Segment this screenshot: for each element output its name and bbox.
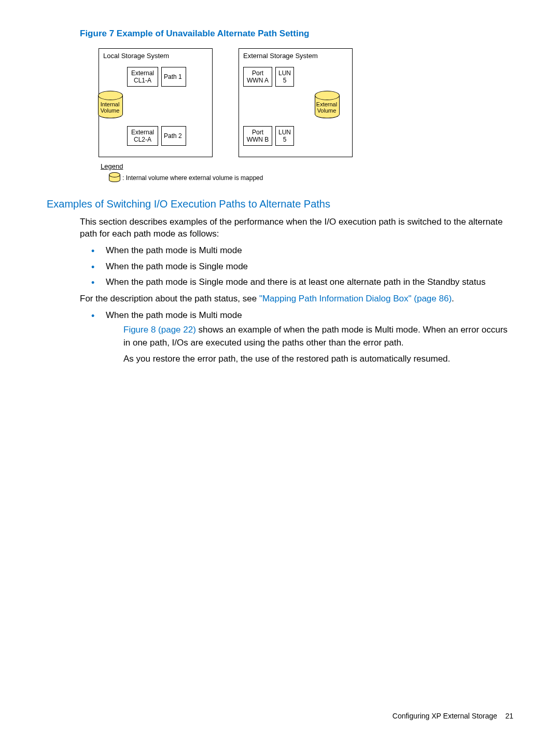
mapping-path-link[interactable]: "Mapping Path Information Dialog Box" (p… [259, 294, 452, 303]
ext-lun-5b: LUN 5 [275, 126, 294, 146]
desc-line: For the description about the path statu… [80, 293, 513, 305]
footer-page-number: 21 [505, 712, 513, 720]
local-port-cl2a: External CL2-A [127, 126, 158, 146]
legend-text: : Internal volume where external volume … [122, 174, 263, 182]
page-footer: Configuring XP External Storage 21 [393, 712, 513, 720]
figure8-link[interactable]: Figure 8 (page 22) [123, 325, 196, 335]
internal-volume-cylinder: Internal Volume [98, 91, 122, 122]
external-title: External Storage System [243, 52, 348, 60]
local-path2: Path 2 [161, 126, 186, 146]
mode-bullet-list: When the path mode is Multi mode When th… [88, 244, 513, 289]
ext-lun-5a: LUN 5 [275, 67, 294, 87]
bullet-multi: When the path mode is Multi mode [88, 244, 513, 257]
local-path1: Path 1 [161, 67, 186, 87]
legend-cylinder-icon [109, 172, 119, 184]
section-heading: Examples of Switching I/O Execution Path… [47, 198, 513, 210]
local-storage-box: Local Storage System External CL1-A Path… [99, 48, 213, 157]
multi-paragraph-2: As you restore the error path, the use o… [123, 353, 513, 366]
bullet-standby: When the path mode is Single mode and th… [88, 276, 513, 289]
external-volume-label: External Volume [315, 101, 339, 114]
external-storage-box: External Storage System Port WWN A LUN 5… [239, 48, 353, 157]
local-port-cl1a: External CL1-A [127, 67, 158, 87]
ext-port-wwna: Port WWN A [243, 67, 272, 87]
footer-title: Configuring XP External Storage [393, 712, 497, 720]
desc-prefix: For the description about the path statu… [80, 294, 259, 303]
section-intro: This section describes examples of the p… [80, 216, 513, 240]
legend-title: Legend [101, 162, 379, 170]
bullet-single: When the path mode is Single mode [88, 260, 513, 273]
multi-item-text: When the path mode is Multi mode [106, 310, 242, 320]
figure-caption: Figure 7 Example of Unavailable Alternat… [80, 29, 513, 39]
desc-suffix: . [452, 294, 454, 303]
external-volume-cylinder: External Volume [315, 91, 339, 122]
bullet-multi-detail: When the path mode is Multi mode Figure … [88, 309, 513, 366]
multi-paragraph-1: Figure 8 (page 22) shows an example of w… [123, 324, 513, 349]
figure-diagram: Local Storage System External CL1-A Path… [99, 48, 379, 184]
ext-port-wwnb: Port WWN B [243, 126, 272, 146]
local-title: Local Storage System [103, 52, 208, 60]
detail-bullet-list: When the path mode is Multi mode Figure … [88, 309, 513, 366]
internal-volume-label: Internal Volume [98, 101, 122, 114]
